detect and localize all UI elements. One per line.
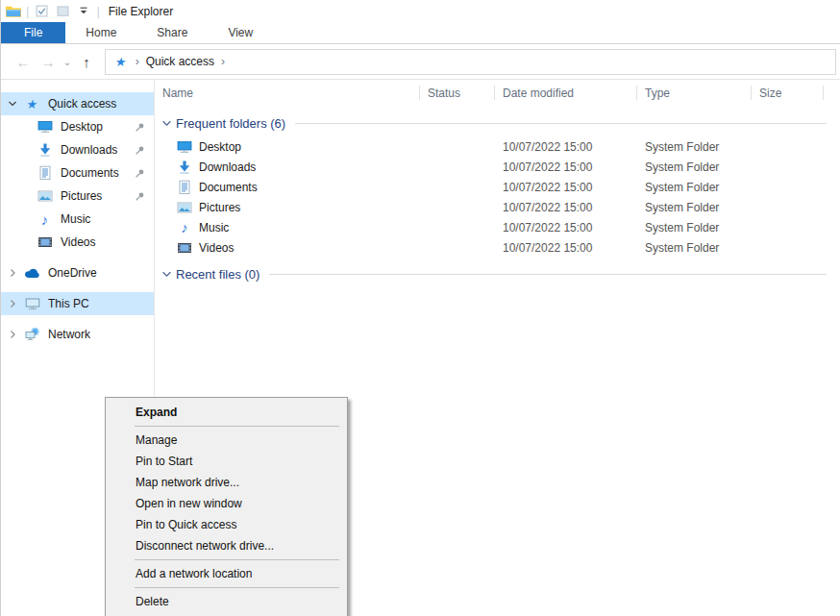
quick-access-star-icon: ★ (114, 55, 128, 69)
column-header-status[interactable]: Status (420, 80, 495, 106)
pin-icon (135, 191, 145, 202)
file-row-documents[interactable]: Documents 10/07/2022 15:00 System Folder (155, 177, 840, 197)
column-header-name[interactable]: Name (155, 80, 420, 106)
chevron-down-icon[interactable] (161, 269, 172, 280)
title-bar: | | File Explorer (1, 0, 840, 22)
file-status (420, 177, 495, 197)
chevron-down-icon[interactable] (8, 99, 21, 109)
menu-item-expand[interactable]: Expand (106, 402, 347, 423)
menu-item-pin-to-quick-access[interactable]: Pin to Quick access (106, 514, 347, 535)
column-header-type[interactable]: Type (637, 80, 752, 106)
this-pc-icon (24, 296, 40, 311)
sidebar-item-label: This PC (48, 297, 89, 310)
chevron-right-icon[interactable] (8, 299, 21, 308)
sidebar-item-this-pc[interactable]: This PC (1, 292, 154, 315)
sidebar-item-downloads[interactable]: Downloads (1, 138, 154, 161)
tab-home[interactable]: Home (65, 22, 136, 43)
tab-view[interactable]: View (208, 22, 273, 43)
explorer-content: ★ Quick access Desktop Downloads (1, 80, 840, 615)
documents-icon (177, 180, 192, 195)
back-icon[interactable]: ← (11, 54, 36, 70)
file-status (420, 157, 495, 177)
menu-item-delete[interactable]: Delete (106, 591, 347, 612)
file-row-downloads[interactable]: Downloads 10/07/2022 15:00 System Folder (155, 157, 840, 177)
file-type: System Folder (637, 197, 752, 217)
file-date-modified: 10/07/2022 15:00 (495, 177, 637, 197)
onedrive-icon (24, 268, 40, 279)
file-name: Music (199, 221, 229, 234)
properties-qat-icon[interactable] (34, 4, 49, 19)
file-status (420, 197, 495, 217)
sidebar-item-music[interactable]: ♪ Music (1, 208, 154, 231)
breadcrumb-separator-icon[interactable]: › (221, 55, 225, 68)
file-status (420, 217, 495, 237)
file-row-desktop[interactable]: Desktop 10/07/2022 15:00 System Folder (155, 136, 840, 157)
menu-item-map-network-drive[interactable]: Map network drive... (106, 472, 347, 493)
menu-item-open-in-new-window[interactable]: Open in new window (106, 493, 347, 514)
file-size (752, 237, 824, 258)
sidebar-item-pictures[interactable]: Pictures (1, 185, 154, 208)
sidebar-item-label: Music (61, 212, 90, 226)
menu-separator (135, 426, 339, 427)
sidebar-item-network[interactable]: Network (1, 323, 154, 346)
column-header-size[interactable]: Size (752, 80, 824, 106)
group-header-label: Recent files (0) (176, 267, 259, 282)
sidebar-item-videos[interactable]: Videos (1, 231, 154, 254)
file-row-pictures[interactable]: Pictures 10/07/2022 15:00 System Folder (155, 197, 840, 217)
sidebar-item-label: Documents (61, 166, 119, 180)
breadcrumb-location[interactable]: Quick access (146, 55, 214, 68)
sidebar-item-label: OneDrive (48, 266, 97, 280)
group-header-rule (295, 123, 827, 124)
menu-item-disconnect-network-drive[interactable]: Disconnect network drive... (106, 535, 347, 556)
menu-item-manage[interactable]: Manage (106, 430, 347, 451)
forward-icon[interactable]: → (36, 54, 61, 70)
documents-icon (37, 165, 53, 181)
pictures-icon (37, 188, 53, 204)
quick-access-star-icon: ★ (23, 97, 41, 111)
file-name: Documents (199, 181, 258, 194)
frequent-folders-list: Desktop 10/07/2022 15:00 System Folder D… (155, 136, 840, 258)
group-header-label: Frequent folders (6) (176, 116, 285, 131)
file-date-modified: 10/07/2022 15:00 (495, 197, 637, 217)
chevron-right-icon[interactable] (8, 330, 21, 339)
group-header-recent-files[interactable]: Recent files (0) (155, 263, 840, 284)
sidebar-item-quick-access[interactable]: ★ Quick access (1, 92, 154, 115)
file-type: System Folder (637, 177, 752, 197)
sidebar-item-label: Downloads (61, 143, 117, 157)
desktop-icon (177, 139, 192, 155)
context-menu: Expand Manage Pin to Start Map network d… (105, 397, 348, 616)
file-size (752, 157, 824, 177)
chevron-right-icon[interactable] (8, 268, 21, 278)
music-icon: ♪ (177, 220, 192, 234)
file-row-videos[interactable]: Videos 10/07/2022 15:00 System Folder (155, 237, 840, 258)
up-icon[interactable]: ↑ (74, 54, 99, 70)
navigation-bar: ← → ⌄ ↑ ★ › Quick access › (1, 44, 840, 80)
sidebar-item-onedrive[interactable]: OneDrive (1, 261, 154, 284)
menu-item-pin-to-start[interactable]: Pin to Start (106, 451, 347, 472)
chevron-down-icon[interactable] (161, 118, 172, 129)
videos-icon (177, 240, 192, 256)
tab-file[interactable]: File (1, 22, 65, 43)
new-folder-qat-icon[interactable] (55, 4, 70, 19)
file-date-modified: 10/07/2022 15:00 (495, 217, 637, 237)
customize-qat-dropdown-icon[interactable] (76, 4, 91, 19)
videos-icon (37, 234, 53, 250)
file-name: Downloads (199, 160, 256, 174)
menu-item-add-a-network-location[interactable]: Add a network location (106, 563, 347, 584)
sidebar-item-desktop[interactable]: Desktop (1, 115, 154, 138)
group-header-rule (269, 274, 827, 275)
menu-item-rename[interactable]: Rename (106, 612, 347, 616)
recent-locations-chevron-icon[interactable]: ⌄ (61, 57, 74, 67)
file-row-music[interactable]: ♪ Music 10/07/2022 15:00 System Folder (155, 217, 840, 237)
file-status (420, 136, 495, 157)
desktop-icon (37, 119, 53, 135)
column-header-date-modified[interactable]: Date modified (495, 80, 637, 106)
tab-share[interactable]: Share (136, 22, 208, 43)
breadcrumb-separator-icon[interactable]: › (136, 55, 139, 68)
sidebar-item-label: Desktop (61, 120, 103, 134)
address-bar[interactable]: ★ › Quick access › (105, 49, 836, 75)
sidebar-item-documents[interactable]: Documents (1, 161, 154, 185)
group-header-frequent-folders[interactable]: Frequent folders (6) (155, 112, 840, 134)
file-name: Pictures (199, 201, 240, 214)
file-size (752, 177, 824, 197)
